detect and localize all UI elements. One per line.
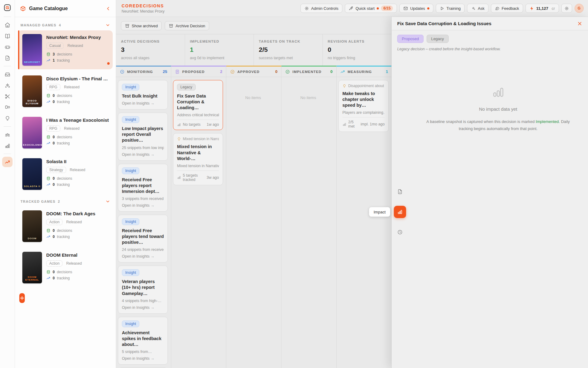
divider	[4, 154, 11, 154]
topbar: COREDECISIONS NeuroNet: Mendax Proxy Adm…	[116, 0, 588, 17]
quick-start-progress-badge: 6/15	[381, 6, 393, 11]
card-timestamp: 1w ago	[207, 122, 219, 127]
tab-details[interactable]	[394, 186, 406, 198]
cards-icon[interactable]	[2, 102, 13, 113]
game-list-item[interactable]: DOOM DOOM: The Dark Ages Action Released…	[18, 207, 113, 246]
decision-card[interactable]: Disappointment about … Make tweaks to ch…	[338, 80, 389, 132]
divider	[4, 17, 11, 17]
stat-value: 3	[121, 46, 180, 53]
admin-controls-button[interactable]: Admin Controls	[300, 4, 342, 13]
bar-chart-icon	[397, 209, 403, 215]
decision-card[interactable]: Insight Received Free players report Imm…	[118, 164, 168, 212]
document-icon	[397, 189, 403, 194]
card-title: Received Free players report Immersion d…	[122, 177, 164, 194]
column-count: 2	[220, 69, 222, 74]
genre-tag: Action	[46, 219, 62, 225]
empty-state-text: A baseline snapshot is captured when thi…	[420, 118, 576, 132]
divider	[4, 126, 11, 127]
quick-start-button[interactable]: Quick start 6/15	[345, 4, 397, 13]
section-header[interactable]: TRACKED GAMES 2	[18, 196, 113, 207]
library-icon[interactable]	[2, 31, 13, 41]
add-game-button[interactable]	[19, 293, 25, 303]
show-archived-button[interactable]: Show archived	[121, 21, 162, 30]
theme-toggle-button[interactable]	[561, 4, 572, 13]
trending-up-icon	[46, 100, 51, 104]
collapse-sidebar-icon[interactable]	[105, 6, 111, 11]
game-title: NeuroNet: Mendax Proxy	[46, 35, 109, 40]
release-status: Released	[66, 220, 82, 224]
mail-icon	[403, 6, 408, 11]
legacy-note: Legacy decision – created before the ins…	[397, 47, 582, 56]
ask-button[interactable]: Ask	[467, 4, 488, 13]
decision-card[interactable]: Insight Achievement spikes in feedback a…	[118, 317, 168, 365]
kanban-column: IMPLEMENTED 0 No items	[281, 66, 337, 368]
kanban-column: MEASURING 1 Disappointment about … Make …	[337, 66, 392, 368]
decision-card[interactable]: Insight Low Impact players report Overal…	[118, 113, 168, 160]
stat-value: 1	[190, 46, 249, 53]
stat-cell: REVISION ALERTS 0 no triggers firing	[323, 34, 392, 66]
chevron-down-icon[interactable]	[105, 199, 110, 204]
open-in-insights-link[interactable]: Open in Insights →	[122, 254, 164, 259]
lightbulb-icon[interactable]	[2, 113, 13, 124]
open-in-insights-link[interactable]: Open in Insights →	[122, 101, 164, 106]
tracking-stat: 1tracking	[46, 58, 109, 63]
column-count: 1	[386, 69, 388, 74]
community-icon[interactable]	[2, 129, 13, 140]
home-icon[interactable]	[2, 20, 13, 30]
game-list-item[interactable]: DISCO ELYSIUM Disco Elysium - The Final …	[18, 72, 113, 111]
game-list-item[interactable]: EXOCOLONIST I Was a Teenage Exocolonist …	[18, 113, 113, 152]
avatar[interactable]: G	[575, 4, 584, 13]
column-label: APPROVED	[237, 70, 273, 74]
column-header: APPROVED 0	[226, 67, 281, 77]
lightbulb-icon	[177, 137, 181, 141]
insight-source: Disappointment about …	[342, 84, 385, 88]
app-logo-icon[interactable]	[3, 4, 11, 12]
open-in-insights-link[interactable]: Open in Insights →	[122, 305, 164, 310]
game-cover-label: DOOM	[23, 237, 41, 240]
open-in-insights-link[interactable]: Open in Insights →	[122, 356, 164, 361]
chevron-down-icon[interactable]	[105, 23, 110, 28]
trending-up-icon[interactable]	[2, 157, 13, 167]
gamepad-icon[interactable]	[2, 42, 13, 52]
card-badge: Insight	[122, 269, 139, 276]
stat-label: IMPLEMENTED	[190, 40, 249, 43]
inbox-icon[interactable]	[2, 69, 13, 79]
sparkles-icon[interactable]	[2, 80, 13, 90]
archive-decision-button[interactable]: Archive Decision	[165, 21, 209, 30]
card-snippet: 4 snippets from high-…	[122, 299, 164, 303]
card-title: Mixed tension in Narrative & World-…	[177, 144, 219, 161]
stat-cell: TARGETS ON TRACK 2/5 success targets met	[254, 34, 323, 66]
bar-chart-icon[interactable]	[2, 140, 13, 151]
decision-card[interactable]: Mixed tension in Narrat… Mixed tension i…	[173, 133, 223, 185]
game-list-item[interactable]: NEURONET NeuroNet: Mendax Proxy Casual R…	[18, 30, 113, 69]
section-header[interactable]: MANAGED GAMES 4	[18, 20, 113, 30]
file-icon[interactable]	[2, 53, 13, 63]
decisions-board: Show archived Archive Decision ACTIVE DE…	[116, 17, 392, 368]
feedback-button[interactable]: Feedback	[491, 4, 523, 13]
decisions-stat: 0decisions	[46, 176, 109, 181]
scissors-icon[interactable]	[2, 91, 13, 102]
open-in-insights-link[interactable]: Open in Insights →	[122, 152, 164, 157]
game-list-item[interactable]: SOLASTA II Solasta II Strategy Released …	[18, 155, 113, 194]
open-in-insights-link[interactable]: Open in Insights →	[122, 203, 164, 208]
card-footer: No targets 1w ago	[177, 120, 219, 127]
trending-up-icon	[46, 235, 51, 239]
training-button[interactable]: Training	[436, 4, 465, 13]
section-count: 2	[58, 200, 60, 203]
card-badge: Insight	[122, 84, 139, 90]
decision-card[interactable]: Insight Received Free players tend towar…	[118, 215, 168, 263]
targets-status: 2/5 met	[348, 120, 358, 128]
stat-label: TARGETS ON TRACK	[259, 40, 318, 43]
close-icon[interactable]	[577, 21, 582, 26]
drawer-status-badge: Legacy	[427, 35, 449, 43]
credits-button[interactable]: 11,127cr	[526, 4, 559, 13]
decision-card[interactable]: Insight Veteran players (10+ hrs) report…	[118, 266, 168, 313]
empty-column-text: No items	[283, 95, 333, 100]
decision-card[interactable]: Legacy Fix Save Data Corruption & Loadin…	[173, 80, 223, 130]
decision-card[interactable]: Insight Test Bulk Insight Open in Insigh…	[118, 80, 168, 109]
updates-button[interactable]: Updates	[399, 4, 433, 13]
tab-impact[interactable]	[394, 206, 406, 218]
stat-cell: ACTIVE DECISIONS 3 across all stages	[116, 34, 185, 66]
tab-history[interactable]	[394, 226, 406, 238]
game-list-item[interactable]: DOOM ETERNAL DOOM Eternal Action Release…	[18, 248, 113, 287]
